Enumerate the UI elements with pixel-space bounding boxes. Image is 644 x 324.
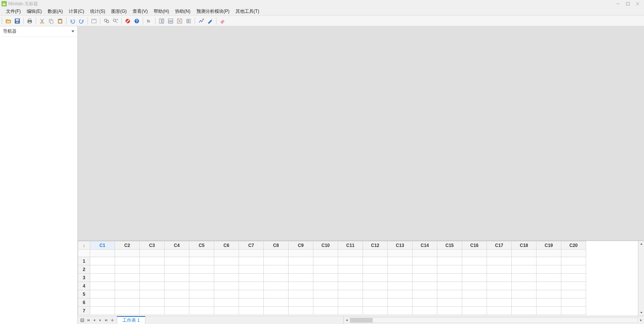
- column-name-cell[interactable]: [189, 250, 214, 257]
- data-cell[interactable]: [289, 282, 313, 290]
- menu-data[interactable]: 数据(A): [45, 8, 66, 15]
- data-cell[interactable]: [537, 307, 561, 315]
- data-cell[interactable]: [338, 274, 363, 282]
- column-name-cell[interactable]: [338, 250, 363, 257]
- column-header[interactable]: C17: [487, 241, 512, 250]
- sheet-list-icon[interactable]: [79, 317, 85, 323]
- data-cell[interactable]: [289, 274, 313, 282]
- data-cell[interactable]: [189, 265, 214, 274]
- data-cell[interactable]: [289, 298, 313, 307]
- column-name-cell[interactable]: [512, 250, 537, 257]
- clear-cells-button[interactable]: [175, 17, 184, 25]
- data-cell[interactable]: [512, 265, 537, 274]
- data-cell[interactable]: [363, 298, 388, 307]
- data-cell[interactable]: [537, 290, 561, 298]
- cut-button[interactable]: [38, 17, 46, 25]
- data-cell[interactable]: [388, 298, 413, 307]
- data-cell[interactable]: [140, 274, 165, 282]
- insert-row-button[interactable]: [166, 17, 175, 25]
- data-cell[interactable]: [437, 290, 462, 298]
- data-cell[interactable]: [487, 298, 512, 307]
- data-cell[interactable]: [338, 298, 363, 307]
- column-header[interactable]: C5: [189, 241, 214, 250]
- data-cell[interactable]: [264, 290, 289, 298]
- help-button[interactable]: ?: [133, 17, 141, 25]
- data-cell[interactable]: [537, 282, 561, 290]
- data-grid[interactable]: ↓ C1 C2 C3 C4 C5 C6 C7 C8 C9 C10 C11 C12…: [78, 241, 586, 315]
- next-sheet-icon[interactable]: [97, 317, 103, 323]
- last-dialog-button[interactable]: [197, 17, 205, 25]
- data-cell[interactable]: [313, 298, 338, 307]
- data-cell[interactable]: [338, 265, 363, 274]
- hscroll-thumb[interactable]: [350, 318, 373, 322]
- menu-stat[interactable]: 统计(S): [87, 8, 108, 15]
- data-cell[interactable]: [437, 282, 462, 290]
- data-cell[interactable]: [140, 282, 165, 290]
- data-cell[interactable]: [115, 307, 140, 315]
- data-cell[interactable]: [189, 274, 214, 282]
- column-header[interactable]: C7: [239, 241, 264, 250]
- data-cell[interactable]: [165, 282, 189, 290]
- data-cell[interactable]: [561, 265, 586, 274]
- data-cell[interactable]: [413, 307, 437, 315]
- maximize-button[interactable]: [623, 0, 633, 7]
- data-cell[interactable]: [561, 257, 586, 265]
- data-cell[interactable]: [165, 307, 189, 315]
- undo-button[interactable]: [68, 17, 77, 25]
- column-header[interactable]: C18: [512, 241, 537, 250]
- data-cell[interactable]: [363, 257, 388, 265]
- data-cell[interactable]: [264, 282, 289, 290]
- data-cell[interactable]: [512, 307, 537, 315]
- data-cell[interactable]: [289, 257, 313, 265]
- menu-file[interactable]: 文件(F): [3, 8, 24, 15]
- data-cell[interactable]: [462, 307, 487, 315]
- row-header[interactable]: 5: [78, 290, 90, 298]
- row-header[interactable]: 7: [78, 307, 90, 315]
- save-button[interactable]: [13, 17, 21, 25]
- data-cell[interactable]: [189, 298, 214, 307]
- data-cell[interactable]: [437, 307, 462, 315]
- paste-button[interactable]: [56, 17, 64, 25]
- data-cell[interactable]: [388, 274, 413, 282]
- data-cell[interactable]: [239, 298, 264, 307]
- data-cell[interactable]: [388, 257, 413, 265]
- cancel-command-button[interactable]: [124, 17, 132, 25]
- close-button[interactable]: [633, 0, 642, 7]
- data-cell[interactable]: [264, 265, 289, 274]
- data-cell[interactable]: [289, 265, 313, 274]
- data-cell[interactable]: [140, 290, 165, 298]
- data-cell[interactable]: [140, 257, 165, 265]
- data-cell[interactable]: [561, 298, 586, 307]
- insert-cells-button[interactable]: [157, 17, 166, 25]
- column-name-cell[interactable]: [537, 250, 561, 257]
- column-header[interactable]: C16: [462, 241, 487, 250]
- data-cell[interactable]: [289, 290, 313, 298]
- data-cell[interactable]: [90, 265, 115, 274]
- column-name-cell[interactable]: [313, 250, 338, 257]
- data-cell[interactable]: [189, 290, 214, 298]
- horizontal-scrollbar[interactable]: [343, 316, 644, 324]
- row-header[interactable]: 6: [78, 298, 90, 307]
- scroll-up-icon[interactable]: [638, 241, 644, 247]
- data-cell[interactable]: [363, 274, 388, 282]
- data-cell[interactable]: [338, 290, 363, 298]
- data-cell[interactable]: [140, 307, 165, 315]
- column-header[interactable]: C1: [90, 241, 115, 250]
- column-header[interactable]: C6: [214, 241, 239, 250]
- data-cell[interactable]: [413, 298, 437, 307]
- data-cell[interactable]: [462, 290, 487, 298]
- data-cell[interactable]: [363, 290, 388, 298]
- hscroll-track[interactable]: [350, 318, 638, 323]
- grid-corner[interactable]: ↓: [78, 241, 90, 250]
- scroll-right-icon[interactable]: [638, 317, 644, 323]
- data-cell[interactable]: [537, 298, 561, 307]
- column-header[interactable]: C19: [537, 241, 561, 250]
- data-cell[interactable]: [115, 282, 140, 290]
- data-cell[interactable]: [512, 298, 537, 307]
- sheet-tab[interactable]: 工作表 1: [117, 316, 145, 324]
- print-button[interactable]: [26, 17, 34, 25]
- data-cell[interactable]: [561, 282, 586, 290]
- data-cell[interactable]: [437, 298, 462, 307]
- column-name-cell[interactable]: [437, 250, 462, 257]
- menu-calc[interactable]: 计算(C): [66, 8, 87, 15]
